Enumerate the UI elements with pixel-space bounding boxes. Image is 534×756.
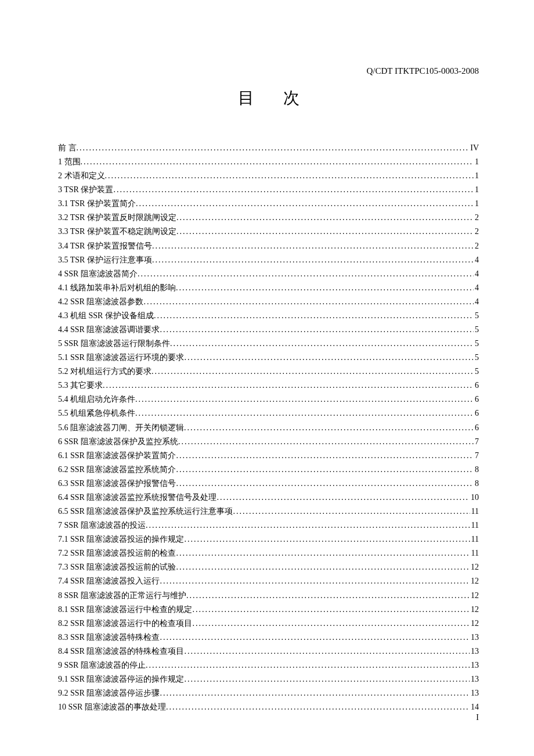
toc-entry: 7.4 SSR 阻塞滤波器投入运行12	[58, 574, 479, 588]
toc-entry-label: 5 SSR 阻塞滤波器运行限制条件	[58, 337, 170, 351]
toc-entry-label: 7.1 SSR 阻塞滤波器投运的操作规定	[58, 532, 184, 546]
document-code: Q/CDT ITKTPC105-0003-2008	[367, 66, 479, 76]
toc-entry-page: 6	[474, 421, 479, 435]
toc-entry-page: 11	[470, 546, 479, 560]
toc-leader-dots	[103, 379, 474, 393]
toc-entry-label: 3.3 TSR 保护装置不稳定跳闸设定	[58, 225, 176, 239]
toc-entry-page: 1	[474, 197, 479, 211]
toc-entry-page: 1	[474, 155, 479, 169]
toc-leader-dots	[176, 225, 474, 239]
toc-entry-page: 8	[474, 463, 479, 477]
toc-entry-page: 5	[474, 351, 479, 365]
toc-leader-dots	[152, 239, 474, 253]
toc-entry-label: 6 SSR 阻塞滤波器保护及监控系统	[58, 435, 178, 449]
toc-entry-page: 12	[470, 617, 479, 631]
toc-entry: 3.4 TSR 保护装置报警信号2	[58, 239, 479, 253]
toc-entry-label: 5.4 机组启动允许条件	[58, 393, 135, 406]
toc-entry: 9.2 SSR 阻塞滤波器停运步骤13	[58, 686, 479, 700]
toc-leader-dots	[143, 295, 474, 309]
toc-leader-dots	[154, 309, 474, 323]
toc-entry-page: 7	[474, 435, 479, 449]
toc-entry-page: 5	[474, 365, 479, 379]
toc-entry-label: 6.2 SSR 阻塞滤波器监控系统简介	[58, 463, 176, 477]
toc-entry-label: 5.5 机组紧急停机条件	[58, 406, 135, 420]
toc-entry-label: 6.4 SSR 阻塞滤波器监控系统报警信号及处理	[58, 491, 217, 505]
toc-entry: 5.5 机组紧急停机条件6	[58, 406, 479, 420]
toc-leader-dots	[81, 155, 474, 169]
toc-leader-dots	[184, 672, 470, 686]
toc-leader-dots	[176, 560, 470, 574]
toc-leader-dots	[77, 141, 470, 155]
toc-leader-dots	[176, 211, 474, 225]
toc-entry-label: 6.5 SSR 阻塞滤波器保护及监控系统运行注意事项	[58, 505, 233, 519]
toc-entry: 3.1 TSR 保护装置简介1	[58, 197, 479, 211]
toc-entry: 7.3 SSR 阻塞滤波器投运前的试验12	[58, 560, 479, 574]
toc-entry-page: 11	[470, 532, 479, 546]
toc-entry-page: 5	[474, 337, 479, 351]
toc-entry-page: 6	[474, 379, 479, 393]
toc-entry-page: 6	[474, 393, 479, 406]
toc-leader-dots	[178, 435, 474, 449]
toc-entry: 6.3 SSR 阻塞滤波器保护报警信号8	[58, 477, 479, 491]
toc-entry-label: 6.1 SSR 阻塞滤波器保护装置简介	[58, 449, 176, 463]
toc-entry: 3.5 TSR 保护运行注意事项4	[58, 253, 479, 267]
toc-entry-label: 3.1 TSR 保护装置简介	[58, 197, 136, 211]
toc-entry: 8.1 SSR 阻塞滤波器运行中检查的规定12	[58, 603, 479, 617]
toc-leader-dots	[152, 253, 474, 267]
toc-entry: 9.1 SSR 阻塞滤波器停运的操作规定13	[58, 672, 479, 686]
toc-entry: 前 言IV	[58, 141, 479, 155]
toc-entry-page: 2	[474, 239, 479, 253]
page-number: I	[476, 713, 479, 722]
toc-leader-dots	[184, 351, 474, 365]
toc-entry-label: 5.6 阻塞滤波器刀闸、开关闭锁逻辑	[58, 421, 184, 435]
toc-entry-label: 前 言	[58, 141, 77, 155]
toc-entry-page: 14	[470, 700, 479, 714]
toc-entry-label: 3 TSR 保护装置	[58, 183, 113, 197]
toc-entry: 2 术语和定义1	[58, 169, 479, 183]
toc-entry-page: 2	[474, 211, 479, 225]
toc-leader-dots	[113, 183, 474, 197]
toc-entry-page: 7	[474, 449, 479, 463]
toc-entry: 3.2 TSR 保护装置反时限跳闸设定2	[58, 211, 479, 225]
toc-entry-page: 12	[470, 574, 479, 588]
toc-entry: 6.5 SSR 阻塞滤波器保护及监控系统运行注意事项11	[58, 505, 479, 519]
toc-entry-label: 7.2 SSR 阻塞滤波器投运前的检查	[58, 546, 176, 560]
toc-leader-dots	[146, 519, 470, 532]
toc-entry: 6.4 SSR 阻塞滤波器监控系统报警信号及处理10	[58, 491, 479, 505]
toc-leader-dots	[217, 491, 470, 505]
toc-entry-label: 4.2 SSR 阻塞滤波器参数	[58, 295, 143, 309]
toc-entry-page: 1	[474, 183, 479, 197]
toc-entry-page: 6	[474, 406, 479, 420]
toc-entry-label: 3.2 TSR 保护装置反时限跳闸设定	[58, 211, 176, 225]
toc-entry-page: 13	[470, 631, 479, 645]
toc-leader-dots	[170, 337, 474, 351]
toc-entry-page: 4	[474, 253, 479, 267]
toc-entry: 5.3 其它要求6	[58, 379, 479, 393]
toc-entry-page: 12	[470, 603, 479, 617]
toc-entry: 7.1 SSR 阻塞滤波器投运的操作规定11	[58, 532, 479, 546]
toc-leader-dots	[105, 169, 474, 183]
toc-entry: 8.3 SSR 阻塞滤波器特殊检查13	[58, 631, 479, 645]
toc-entry-label: 4.1 线路加装串补后对机组的影响	[58, 281, 176, 295]
toc-leader-dots	[176, 463, 474, 477]
toc-entry-label: 5.1 SSR 阻塞滤波器运行环境的要求	[58, 351, 184, 365]
toc-entry-label: 7.3 SSR 阻塞滤波器投运前的试验	[58, 560, 176, 574]
toc-entry-page: 5	[474, 323, 479, 337]
toc-entry-label: 2 术语和定义	[58, 169, 105, 183]
toc-leader-dots	[176, 449, 474, 463]
toc-entry-label: 5.3 其它要求	[58, 379, 103, 393]
toc-entry: 5.6 阻塞滤波器刀闸、开关闭锁逻辑6	[58, 421, 479, 435]
toc-leader-dots	[166, 700, 470, 714]
toc-entry: 3.3 TSR 保护装置不稳定跳闸设定2	[58, 225, 479, 239]
toc-entry-label: 4 SSR 阻塞滤波器简介	[58, 267, 138, 281]
toc-entry: 4.2 SSR 阻塞滤波器参数4	[58, 295, 479, 309]
toc-entry-page: 4	[474, 281, 479, 295]
toc-leader-dots	[160, 631, 470, 645]
toc-entry-page: 12	[470, 560, 479, 574]
toc-entry-label: 4.4 SSR 阻塞滤波器调谐要求	[58, 323, 160, 337]
toc-leader-dots	[176, 477, 474, 491]
toc-leader-dots	[160, 574, 470, 588]
toc-leader-dots	[146, 658, 470, 672]
toc-entry-label: 9.1 SSR 阻塞滤波器停运的操作规定	[58, 672, 184, 686]
toc-entry-label: 8.1 SSR 阻塞滤波器运行中检查的规定	[58, 603, 192, 617]
